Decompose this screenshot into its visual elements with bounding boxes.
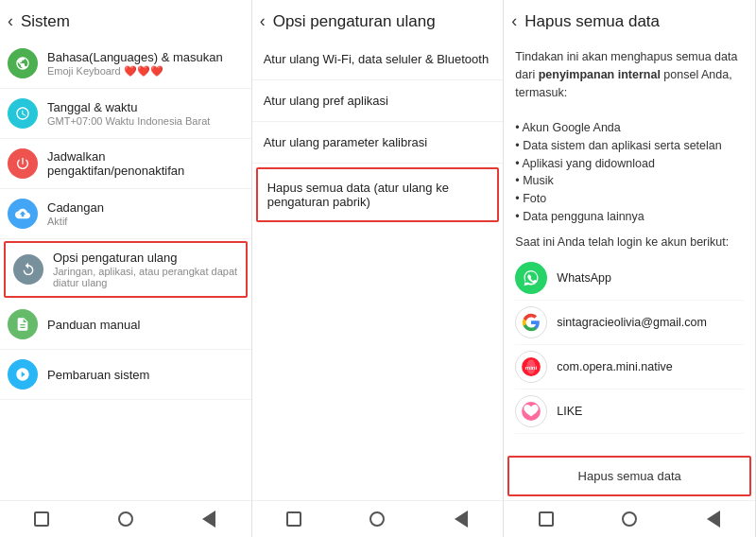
time-sub: GMT+07:00 Waktu Indonesia Barat (47, 115, 242, 127)
nav-circle-panel2[interactable] (367, 509, 387, 529)
hapus-button-wrap: Hapus semua data (504, 450, 755, 500)
hapus-description: Tindakan ini akan menghapus semua data d… (515, 48, 744, 226)
back-arrow-panel2[interactable]: ‹ (260, 11, 266, 31)
backup-label: Cadangan (47, 200, 242, 215)
manual-text: Panduan manual (47, 318, 242, 332)
app-item-whatsapp: WhatsApp (515, 256, 744, 301)
app-item-google: sintagracieolivia@gmail.com (515, 301, 744, 345)
reset-text: Opsi pengaturan ulang Jaringan, aplikasi… (53, 251, 238, 288)
svg-text:mini: mini (525, 363, 538, 370)
menu-item-manual[interactable]: Panduan manual (0, 300, 251, 350)
reset-label: Opsi pengaturan ulang (53, 251, 238, 265)
backup-text: Cadangan Aktif (47, 200, 242, 227)
app-item-like: LIKE (515, 390, 744, 434)
panel1-title: Sistem (21, 12, 70, 31)
opsi-item-wifi[interactable]: Atur ulang Wi-Fi, data seluler & Bluetoo… (252, 39, 504, 80)
bullet-foto: • Foto (515, 192, 546, 205)
whatsapp-icon (515, 262, 547, 294)
language-label: Bahasa(Languages) & masukan (47, 50, 242, 64)
like-name: LIKE (557, 405, 582, 418)
backup-icon (8, 199, 38, 229)
opera-name: com.opera.mini.native (557, 360, 672, 373)
hapus-content: Tindakan ini akan menghapus semua data d… (504, 39, 755, 450)
language-icon (8, 48, 38, 78)
reset-sub: Jaringan, aplikasi, atau perangkat dapat… (53, 266, 238, 288)
nav-circle-panel3[interactable] (619, 509, 640, 529)
panel3-title: Hapus semua data (524, 12, 660, 31)
back-arrow-panel3[interactable]: ‹ (511, 11, 517, 31)
whatsapp-name: WhatsApp (557, 271, 611, 285)
backup-sub: Aktif (47, 216, 242, 227)
menu-item-reset[interactable]: Opsi pengaturan ulang Jaringan, aplikasi… (4, 241, 248, 298)
opsi-item-hapus[interactable]: Hapus semua data (atur ulang ke pengatur… (256, 167, 500, 222)
bullet-data: • Data sistem dan aplikasi serta setelan (515, 139, 721, 152)
panel-sistem: ‹ Sistem Bahasa(Languages) & masukan Emo… (0, 0, 252, 537)
bullet-pengguna: • Data pengguna lainnya (515, 210, 644, 223)
nav-triangle-panel1[interactable] (198, 509, 219, 529)
opsi-list: Atur ulang Wi-Fi, data seluler & Bluetoo… (252, 39, 504, 500)
update-icon (8, 359, 38, 390)
panel-opsi: ‹ Opsi pengaturan ulang Atur ulang Wi-Fi… (252, 0, 505, 537)
panel1-header: ‹ Sistem (0, 0, 251, 39)
bullet-apps: • Aplikasi yang didownload (515, 157, 655, 170)
bullet-akun: • Akun Google Anda (515, 121, 620, 134)
opsi-item-kalibrasi[interactable]: Atur ulang parameter kalibrasi (252, 122, 504, 164)
schedule-text: Jadwalkan pengaktifan/penonaktifan (47, 149, 242, 178)
reset-icon (13, 254, 43, 285)
nav-square-panel3[interactable] (536, 509, 557, 529)
like-app-icon (515, 395, 547, 427)
schedule-label: Jadwalkan pengaktifan/penonaktifan (47, 149, 242, 178)
menu-item-time[interactable]: Tanggal & waktu GMT+07:00 Waktu Indonesi… (0, 89, 251, 139)
panel3-header: ‹ Hapus semua data (504, 0, 755, 39)
panel2-title: Opsi pengaturan ulang (273, 12, 436, 31)
menu-item-language[interactable]: Bahasa(Languages) & masukan Emoji Keyboa… (0, 39, 251, 89)
opsi-item-pref[interactable]: Atur ulang pref aplikasi (252, 80, 504, 122)
opera-app-icon: mini (515, 351, 547, 383)
app-list: WhatsApp sintagracieolivia@gmail.com (515, 256, 744, 434)
time-text: Tanggal & waktu GMT+07:00 Waktu Indonesi… (47, 100, 242, 127)
bottom-nav-panel3 (504, 500, 755, 537)
manual-icon (8, 309, 38, 339)
nav-triangle-panel3[interactable] (703, 509, 724, 529)
menu-item-schedule[interactable]: Jadwalkan pengaktifan/penonaktifan (0, 139, 251, 189)
hapus-semua-data-button[interactable]: Hapus semua data (507, 456, 751, 496)
nav-square-panel1[interactable] (31, 509, 52, 529)
nav-square-panel2[interactable] (284, 509, 304, 529)
hapus-desc-bold: penyimpanan internal (539, 68, 661, 81)
bottom-nav-panel1 (0, 500, 251, 537)
menu-item-update[interactable]: Pembaruan sistem (0, 350, 251, 400)
google-email: sintagracieolivia@gmail.com (557, 316, 707, 329)
menu-item-backup[interactable]: Cadangan Aktif (0, 189, 251, 239)
bottom-nav-panel2 (252, 500, 504, 537)
nav-circle-panel1[interactable] (115, 509, 136, 529)
update-label: Pembaruan sistem (47, 368, 242, 382)
nav-triangle-panel2[interactable] (451, 509, 472, 529)
language-sub: Emoji Keyboard ❤️❤️❤️ (47, 65, 242, 78)
panel-hapus: ‹ Hapus semua data Tindakan ini akan men… (504, 0, 756, 537)
time-label: Tanggal & waktu (47, 100, 242, 114)
app-item-opera: mini com.opera.mini.native (515, 345, 744, 390)
menu-list-panel1: Bahasa(Languages) & masukan Emoji Keyboa… (0, 39, 251, 500)
bullet-musik: • Musik (515, 174, 554, 187)
power-icon (8, 148, 38, 179)
language-text: Bahasa(Languages) & masukan Emoji Keyboa… (47, 50, 242, 78)
manual-label: Panduan manual (47, 318, 242, 332)
login-title: Saat ini Anda telah login ke akun beriku… (515, 235, 744, 249)
panel2-header: ‹ Opsi pengaturan ulang (252, 0, 504, 39)
update-text: Pembaruan sistem (47, 368, 242, 382)
google-icon (515, 306, 547, 338)
time-icon (8, 98, 38, 129)
back-arrow-panel1[interactable]: ‹ (8, 11, 13, 31)
